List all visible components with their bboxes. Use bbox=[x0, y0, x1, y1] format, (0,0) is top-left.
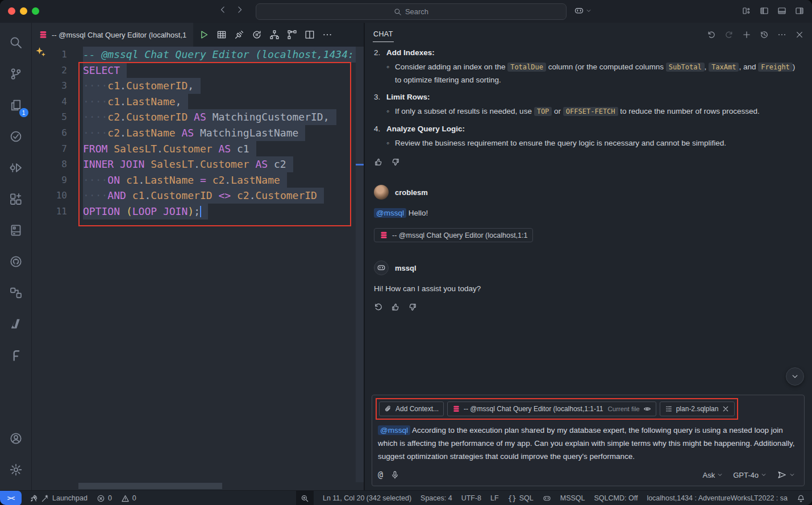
line-number: 3 bbox=[32, 78, 67, 94]
activity-bar-item-azure[interactable] bbox=[2, 311, 30, 337]
thumbsdown-icon[interactable] bbox=[408, 303, 417, 312]
status-item-launchpad[interactable]: Launchpad bbox=[30, 494, 88, 503]
code-line[interactable]: 3····c1.CustomerID, bbox=[32, 78, 356, 94]
code-line[interactable]: 4····c1.LastName, bbox=[32, 94, 356, 110]
code-line[interactable]: 7FROM SalesLT.Customer AS c1 bbox=[32, 141, 356, 157]
panel-bottom-icon[interactable] bbox=[777, 6, 786, 15]
activity-bar-item-github[interactable] bbox=[2, 249, 30, 275]
microphone-icon[interactable] bbox=[390, 470, 399, 479]
command-center-search[interactable]: Search bbox=[256, 3, 567, 20]
status-item-copilot-status[interactable] bbox=[543, 494, 551, 503]
close-window-button[interactable] bbox=[8, 7, 15, 15]
response-feedback bbox=[374, 158, 803, 167]
thumbsup-icon[interactable] bbox=[374, 158, 383, 167]
estplan-icon[interactable] bbox=[252, 30, 262, 40]
activity-bar-item-connections[interactable] bbox=[2, 280, 30, 306]
play-icon[interactable] bbox=[199, 30, 209, 40]
grid-icon[interactable] bbox=[216, 30, 227, 40]
tab-chat[interactable]: CHAT bbox=[373, 28, 394, 42]
status-item-notifications[interactable] bbox=[797, 494, 805, 503]
split-icon[interactable] bbox=[305, 30, 315, 40]
activity-bar-item-search[interactable] bbox=[2, 30, 30, 56]
flow-icon[interactable] bbox=[287, 30, 297, 40]
more-icon[interactable] bbox=[777, 30, 786, 39]
code-line[interactable]: 6····c2.LastName AS MatchingLastName bbox=[32, 125, 356, 141]
status-item-encoding[interactable]: UTF-8 bbox=[461, 494, 481, 502]
panel-right-icon[interactable] bbox=[795, 6, 804, 15]
activity-bar-item-explorer[interactable]: 1 bbox=[2, 92, 30, 118]
close-icon[interactable] bbox=[722, 405, 730, 413]
status-item-language-mode[interactable]: {}SQL bbox=[508, 494, 534, 503]
undo-icon[interactable] bbox=[707, 30, 716, 39]
chat-input-container[interactable]: Add Context...-- @mssql Chat Query Edito… bbox=[372, 395, 805, 486]
list-item-title: Add Indexes: bbox=[386, 47, 435, 59]
code-editor[interactable]: 1-- @mssql Chat Query Editor (localhost,… bbox=[32, 47, 364, 490]
send-button[interactable] bbox=[773, 470, 798, 480]
status-item-cursor-position[interactable]: Ln 11, Col 20 (342 selected) bbox=[323, 494, 411, 502]
code-line[interactable]: 5····c2.CustomerID AS MatchingCustomerID… bbox=[32, 109, 356, 125]
forward-icon[interactable] bbox=[235, 5, 244, 14]
more-icon[interactable] bbox=[322, 30, 332, 40]
context-chip-add-context-[interactable]: Add Context... bbox=[379, 401, 444, 416]
status-item-eol[interactable]: LF bbox=[490, 494, 499, 502]
code-line[interactable]: 9····ON c1.LastName = c2.LastName bbox=[32, 172, 356, 188]
user-avatar bbox=[374, 185, 389, 200]
chat-panel-header: CHAT bbox=[365, 23, 812, 47]
scroll-to-bottom-button[interactable] bbox=[786, 367, 804, 386]
gear-icon bbox=[9, 463, 23, 477]
status-item-indentation[interactable]: Spaces: 4 bbox=[420, 494, 452, 502]
status-item-zoom-control[interactable] bbox=[296, 491, 314, 505]
bullet-text: Review the business requirement to ensur… bbox=[395, 137, 803, 150]
history-icon[interactable] bbox=[760, 30, 769, 39]
activity-bar-item-accounts[interactable] bbox=[2, 425, 30, 452]
eye-icon[interactable] bbox=[643, 405, 651, 413]
redo-icon[interactable] bbox=[724, 30, 734, 39]
status-item-warnings[interactable]: 0 bbox=[121, 494, 136, 503]
back-icon[interactable] bbox=[218, 5, 227, 14]
status-item-sqlcmd[interactable]: SQLCMD: Off bbox=[594, 494, 638, 502]
activity-bar-item-mssql-server[interactable] bbox=[2, 217, 30, 243]
minimize-window-button[interactable] bbox=[20, 7, 27, 15]
activity-bar-item-extensions[interactable] bbox=[2, 186, 30, 212]
activity-bar-item-testing[interactable] bbox=[2, 123, 30, 150]
code-line[interactable]: 11OPTION (LOOP JOIN); bbox=[32, 204, 356, 220]
status-item-connection[interactable]: localhost,1434 : AdventureWorksLT2022 : … bbox=[647, 494, 788, 502]
attached-file-chip[interactable]: -- @mssql Chat Query Editor (localhost,1… bbox=[374, 228, 533, 242]
plus-icon[interactable] bbox=[742, 30, 751, 39]
message-body: @mssql Hello! bbox=[374, 207, 803, 219]
list-item-title: Analyze Query Logic: bbox=[386, 123, 465, 135]
maximize-window-button[interactable] bbox=[32, 7, 39, 15]
status-item-errors[interactable]: 0 bbox=[97, 494, 112, 503]
status-item-mssql-status[interactable]: MSSQL bbox=[560, 494, 585, 502]
bullet-marker: ◦ bbox=[386, 137, 395, 150]
plug-icon[interactable] bbox=[234, 30, 244, 40]
tab-mssql-query-editor[interactable]: -- @mssql Chat Query Editor (localhost,1 bbox=[32, 23, 193, 47]
copilot-icon bbox=[574, 6, 584, 16]
activity-bar-item-run-debug[interactable] bbox=[2, 155, 30, 181]
code-line[interactable]: 2SELECT bbox=[32, 63, 356, 78]
model-picker[interactable]: GPT-4o bbox=[730, 471, 770, 479]
close-icon[interactable] bbox=[795, 30, 804, 39]
context-chip-plan-2-sqlplan[interactable]: plan-2.sqlplan bbox=[660, 401, 735, 416]
retry-icon[interactable] bbox=[374, 303, 383, 312]
mention-button[interactable]: @ bbox=[378, 470, 383, 480]
context-chip--mssql-chat-query-editor[interactable]: -- @mssql Chat Query Editor (localhost,1… bbox=[447, 401, 656, 416]
assistant-list-item: 4.Analyze Query Logic: bbox=[374, 123, 803, 135]
activity-bar-item-source-control[interactable] bbox=[2, 61, 30, 87]
code-line[interactable]: 8INNER JOIN SalesLT.Customer AS c2 bbox=[32, 156, 356, 172]
panel-left-icon[interactable] bbox=[760, 6, 769, 15]
vertical-scrollbar[interactable] bbox=[356, 47, 364, 482]
activity-bar-item-settings[interactable] bbox=[2, 457, 30, 483]
layout-icon[interactable] bbox=[742, 6, 751, 15]
queryplan-icon[interactable] bbox=[269, 30, 280, 40]
chat-input-text[interactable]: @mssql According to the execution plan s… bbox=[378, 424, 798, 463]
thumbsup-icon[interactable] bbox=[391, 303, 400, 312]
horizontal-scrollbar[interactable] bbox=[78, 483, 222, 489]
activity-bar-item-fabric[interactable] bbox=[2, 342, 30, 369]
code-line[interactable]: 10····AND c1.CustomerID <> c2.CustomerID bbox=[32, 188, 356, 204]
remote-indicator[interactable]: >< bbox=[0, 491, 22, 505]
mode-picker[interactable]: Ask bbox=[699, 471, 727, 479]
thumbsdown-icon[interactable] bbox=[391, 158, 400, 167]
copilot-menu[interactable] bbox=[574, 6, 592, 16]
code-line[interactable]: 1-- @mssql Chat Query Editor (localhost,… bbox=[32, 47, 356, 63]
